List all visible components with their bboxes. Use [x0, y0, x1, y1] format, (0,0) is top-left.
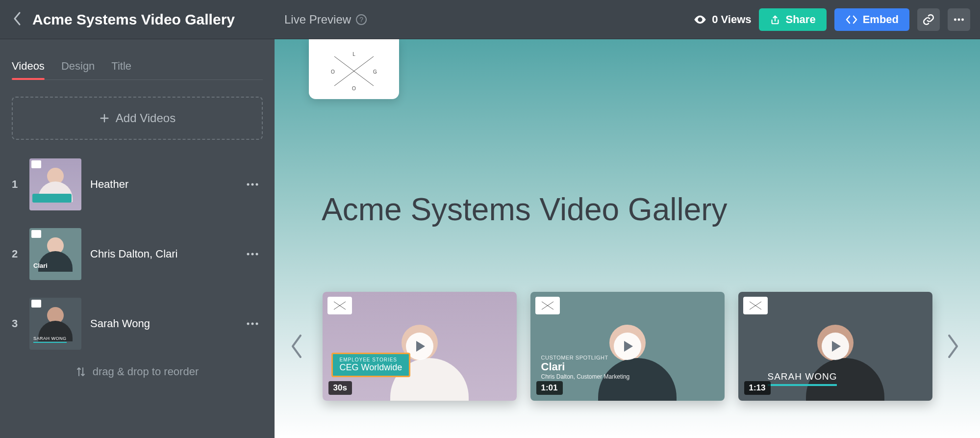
embed-label: Embed — [863, 13, 899, 26]
list-index: 2 — [12, 248, 21, 260]
plus-icon — [99, 113, 110, 124]
video-duration: 30s — [328, 381, 352, 395]
caption-small: CUSTOMER SPOTLIGHT — [541, 355, 630, 361]
play-icon — [822, 333, 849, 360]
logo-icon: L O G O — [327, 49, 381, 93]
item-more-button[interactable] — [242, 246, 263, 262]
card-logo-icon — [743, 297, 768, 314]
video-duration: 1:13 — [744, 381, 771, 395]
card-caption: CUSTOMER SPOTLIGHT Clari Chris Dalton, C… — [541, 355, 630, 380]
svg-point-10 — [251, 323, 254, 325]
add-videos-label: Add Videos — [116, 111, 176, 125]
video-card[interactable]: SARAH WONG 1:13 — [738, 292, 932, 401]
caption-large: Clari — [541, 361, 630, 373]
tab-design[interactable]: Design — [61, 53, 95, 79]
item-more-button[interactable] — [242, 176, 263, 193]
views-text: 0 Views — [712, 13, 751, 26]
page-title: Acme Systems Video Gallery — [32, 11, 235, 28]
svg-point-3 — [247, 183, 250, 186]
link-icon — [922, 13, 935, 26]
logo-card: L O G O — [309, 39, 399, 99]
preview-title: Acme Systems Video Gallery — [322, 191, 728, 228]
views-count: 0 Views — [693, 13, 751, 26]
sidebar: Videos Design Title Add Videos 1 Heather… — [0, 39, 275, 438]
video-duration: 1:01 — [536, 381, 563, 395]
svg-point-7 — [251, 253, 254, 256]
card-overlay: EMPLOYEE STORIES CEG Worldwide — [331, 353, 411, 377]
carousel-next-button[interactable] — [932, 333, 976, 360]
video-name: Sarah Wong — [90, 317, 233, 330]
svg-point-6 — [247, 253, 250, 256]
preview-pane: L O G O Acme Systems Video Gallery — [275, 39, 980, 438]
share-button[interactable]: Share — [759, 8, 826, 31]
dots-icon — [953, 13, 965, 26]
overlay-large: CEG Worldwide — [340, 362, 402, 372]
list-index: 3 — [12, 317, 21, 330]
reorder-icon — [76, 366, 86, 378]
embed-button[interactable]: Embed — [834, 8, 909, 31]
copy-link-button[interactable] — [917, 8, 940, 31]
add-videos-button[interactable]: Add Videos — [12, 97, 263, 140]
svg-text:O: O — [331, 69, 335, 75]
list-item[interactable]: 1 Heather — [12, 156, 263, 212]
video-card[interactable]: CUSTOMER SPOTLIGHT Clari Chris Dalton, C… — [530, 292, 725, 401]
item-more-button[interactable] — [242, 315, 263, 332]
more-menu-button[interactable] — [948, 8, 970, 31]
svg-point-1 — [958, 18, 960, 21]
svg-point-4 — [251, 183, 254, 186]
svg-point-2 — [961, 18, 964, 21]
caption-sub: Chris Dalton, Customer Marketing — [541, 373, 630, 380]
svg-text:G: G — [373, 69, 377, 75]
reorder-hint: drag & drop to reorder — [12, 365, 263, 378]
embed-icon — [845, 14, 858, 25]
card-logo-icon — [535, 297, 560, 314]
video-thumbnail — [29, 158, 81, 210]
carousel-prev-button[interactable] — [275, 333, 318, 360]
svg-point-8 — [256, 253, 258, 256]
back-button[interactable] — [10, 8, 25, 31]
live-preview-text: Live Preview — [284, 13, 351, 26]
share-icon — [770, 14, 780, 25]
help-icon[interactable]: ? — [356, 14, 367, 25]
video-thumbnail — [29, 228, 81, 280]
video-name: Chris Dalton, Clari — [90, 248, 233, 260]
list-index: 1 — [12, 178, 21, 191]
chevron-right-icon — [946, 333, 961, 360]
share-label: Share — [785, 13, 815, 26]
overlay-small: EMPLOYEE STORIES — [340, 357, 402, 362]
tab-title[interactable]: Title — [111, 53, 131, 79]
video-thumbnail — [29, 298, 81, 350]
card-name: SARAH WONG — [768, 371, 837, 386]
svg-text:L: L — [352, 52, 355, 57]
card-logo-icon — [327, 297, 352, 314]
chevron-left-icon — [289, 333, 303, 360]
reorder-hint-text: drag & drop to reorder — [93, 365, 199, 378]
video-card[interactable]: EMPLOYEE STORIES CEG Worldwide 30s — [323, 292, 517, 401]
live-preview-label: Live Preview ? — [284, 13, 367, 26]
video-name: Heather — [90, 178, 233, 191]
svg-point-11 — [256, 323, 258, 325]
svg-point-9 — [247, 323, 250, 325]
list-item[interactable]: 3 Sarah Wong — [12, 296, 263, 352]
svg-text:O: O — [352, 86, 356, 91]
tab-videos[interactable]: Videos — [12, 53, 45, 79]
list-item[interactable]: 2 Chris Dalton, Clari — [12, 226, 263, 282]
svg-point-0 — [954, 18, 956, 21]
eye-icon — [693, 13, 707, 26]
svg-point-5 — [256, 183, 258, 186]
